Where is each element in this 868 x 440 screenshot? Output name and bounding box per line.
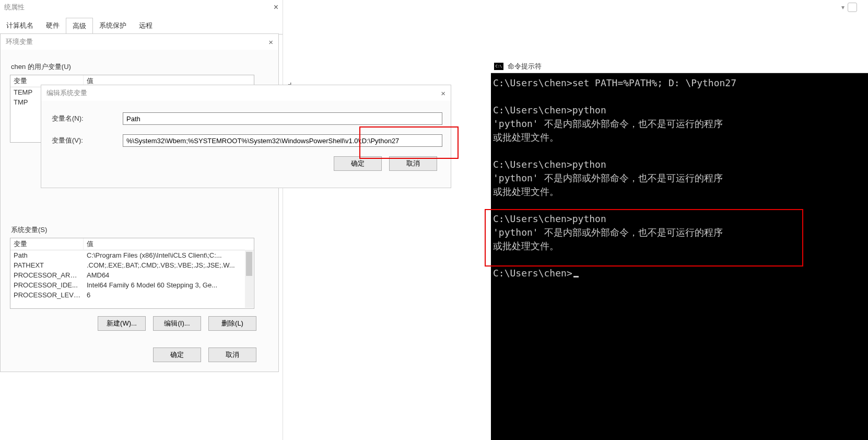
close-icon[interactable]: × [268, 38, 273, 47]
tab-remote[interactable]: 远程 [133, 18, 159, 34]
sys-props-title: 统属性 [4, 3, 25, 12]
col-val: 值 [84, 238, 254, 250]
tab-system-protection[interactable]: 系统保护 [93, 18, 133, 34]
system-vars-listbox[interactable]: 变量 值 Path C:\Program Files (x86)\Intel\i… [10, 238, 254, 309]
cell-name: PROCESSOR_ARC... [10, 270, 84, 280]
chevron-down-icon[interactable]: ▾ [841, 4, 844, 11]
sys-props-tabs: 计算机名 硬件 高级 系统保护 远程 [0, 18, 283, 34]
edit-button[interactable]: 编辑(I)... [153, 316, 201, 331]
list-item[interactable]: PATHEXT .COM;.EXE;.BAT;.CMD;.VBS;.VBE;.J… [10, 260, 254, 270]
var-name-input[interactable] [123, 112, 442, 125]
var-value-input[interactable] [123, 134, 442, 147]
tab-computer-name[interactable]: 计算机名 [0, 18, 40, 34]
var-name-label: 变量名(N): [50, 114, 123, 123]
list-header: 变量 值 [10, 238, 254, 250]
edit-titlebar: 编辑系统变量 × [41, 85, 451, 101]
cell-value: Intel64 Family 6 Model 60 Stepping 3, Ge… [84, 280, 254, 290]
env-title: 环境变量 [6, 37, 33, 47]
cell-name: Path [10, 250, 84, 260]
cancel-button[interactable]: 取消 [389, 156, 437, 171]
ok-button[interactable]: 确定 [153, 348, 201, 362]
tab-hardware[interactable]: 硬件 [40, 18, 66, 34]
cell-value: AMD64 [84, 270, 254, 280]
cell-value: C:\Program Files (x86)\Intel\iCLS Client… [84, 250, 254, 260]
cell-name: PROCESSOR_LEVEL [10, 290, 84, 300]
cell-value: .COM;.EXE;.BAT;.CMD;.VBS;.VBE;.JS;.JSE;.… [84, 260, 254, 270]
list-item[interactable]: PROCESSOR_ARC... AMD64 [10, 270, 254, 280]
cell-name: PATHEXT [10, 260, 84, 270]
sys-props-titlebar: 统属性 × [0, 0, 283, 15]
edit-title: 编辑系统变量 [46, 88, 87, 98]
cmd-titlebar: 命令提示符 [491, 60, 868, 73]
scrollbar-thumb[interactable] [246, 252, 252, 276]
edit-system-variable-dialog: 编辑系统变量 × 变量名(N): 变量值(V): 确定 取消 [41, 85, 451, 188]
ok-button[interactable]: 确定 [334, 156, 382, 171]
command-prompt-icon [494, 63, 503, 70]
cell-name: PROCESSOR_IDE... [10, 280, 84, 290]
bookmark-icon[interactable] [848, 3, 857, 12]
tab-advanced[interactable]: 高级 [66, 18, 93, 34]
close-icon[interactable]: × [441, 89, 445, 98]
cmd-output[interactable]: C:\Users\chen>set PATH=%PATH%; D: \Pytho… [491, 73, 868, 440]
cmd-title: 命令提示符 [508, 62, 542, 71]
cancel-button[interactable]: 取消 [208, 348, 256, 362]
close-icon[interactable]: × [274, 3, 278, 12]
sys-vars-label: 系统变量(S) [11, 225, 269, 235]
list-item[interactable]: Path C:\Program Files (x86)\Intel\iCLS C… [10, 250, 254, 260]
scrollbar[interactable] [245, 250, 253, 308]
env-titlebar: 环境变量 × [1, 34, 278, 50]
list-item[interactable]: PROCESSOR_LEVEL 6 [10, 290, 254, 300]
command-prompt-window: 命令提示符 C:\Users\chen>set PATH=%PATH%; D: … [491, 60, 868, 440]
delete-button[interactable]: 删除(L) [208, 316, 256, 331]
var-value-label: 变量值(V): [50, 136, 123, 145]
browser-controls: ▾ [841, 1, 866, 14]
user-vars-label: chen 的用户变量(U) [11, 62, 269, 72]
cell-value: 6 [84, 290, 254, 300]
list-item[interactable]: PROCESSOR_IDE... Intel64 Family 6 Model … [10, 280, 254, 290]
col-var: 变量 [10, 238, 84, 250]
new-button[interactable]: 新建(W)... [98, 316, 146, 331]
cursor-icon [573, 276, 579, 277]
